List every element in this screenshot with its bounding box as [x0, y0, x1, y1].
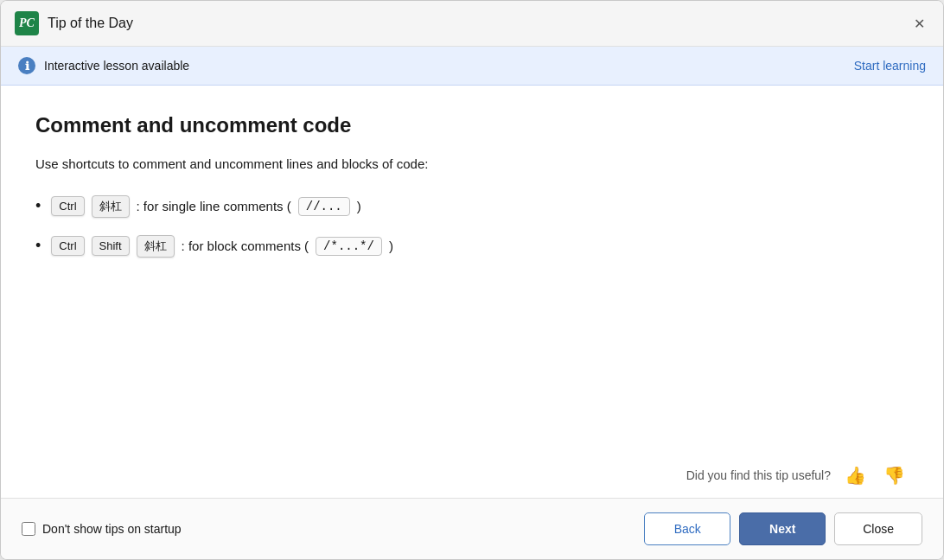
shortcut-desc-2: : for block comments (	[182, 239, 309, 253]
footer-buttons: Back Next Close	[644, 512, 922, 545]
thumbs-up-icon: 👍	[845, 465, 866, 486]
feedback-row: Did you find this tip useful? 👍 👎	[1, 453, 943, 498]
info-icon: ℹ	[18, 57, 35, 74]
info-banner: ℹ Interactive lesson available Start lea…	[1, 47, 943, 86]
code-block: /*...*/	[316, 237, 382, 256]
window-close-button[interactable]: ✕	[909, 13, 929, 34]
app-icon: PC	[15, 11, 39, 35]
shortcuts-list: • Ctrl 斜杠 : for single line comments ( /…	[35, 195, 909, 258]
shortcut-desc-1: : for single line comments (	[137, 199, 291, 213]
shortcut-suffix-2: )	[389, 239, 393, 253]
window-title: Tip of the Day	[48, 16, 909, 31]
dont-show-checkbox-label[interactable]: Don't show tips on startup	[22, 522, 182, 536]
feedback-text: Did you find this tip useful?	[686, 468, 831, 482]
thumbs-down-button[interactable]: 👎	[880, 461, 909, 489]
key-shift-2: Shift	[92, 236, 130, 256]
thumbs-down-icon: 👎	[883, 465, 905, 486]
shortcut-suffix-1: )	[357, 199, 361, 213]
tip-description: Use shortcuts to comment and uncomment l…	[35, 155, 909, 175]
close-button[interactable]: Close	[834, 512, 922, 545]
key-ctrl-2: Ctrl	[51, 236, 84, 256]
app-icon-text: PC	[19, 16, 35, 30]
back-button[interactable]: Back	[644, 512, 730, 545]
thumbs-up-button[interactable]: 👍	[841, 461, 870, 489]
footer: Don't show tips on startup Back Next Clo…	[1, 498, 943, 559]
next-button[interactable]: Next	[739, 512, 826, 545]
content-area: Comment and uncomment code Use shortcuts…	[1, 86, 943, 453]
tip-of-the-day-dialog: PC Tip of the Day ✕ ℹ Interactive lesson…	[0, 0, 944, 560]
bullet-2: •	[35, 237, 41, 255]
tip-title: Comment and uncomment code	[35, 113, 909, 137]
shortcut-item-2: • Ctrl Shift 斜杠 : for block comments ( /…	[35, 235, 909, 258]
key-ctrl-1: Ctrl	[51, 196, 84, 216]
shortcut-item-1: • Ctrl 斜杠 : for single line comments ( /…	[35, 195, 909, 218]
title-bar: PC Tip of the Day ✕	[1, 1, 943, 47]
code-single-line: //...	[298, 197, 350, 216]
start-learning-link[interactable]: Start learning	[854, 59, 926, 73]
bullet-1: •	[35, 197, 41, 215]
key-slash-2: 斜杠	[137, 235, 175, 258]
dont-show-checkbox[interactable]	[22, 522, 35, 536]
checkbox-label-text: Don't show tips on startup	[42, 522, 182, 536]
banner-text: Interactive lesson available	[44, 59, 189, 73]
key-slash-1: 斜杠	[92, 195, 130, 218]
